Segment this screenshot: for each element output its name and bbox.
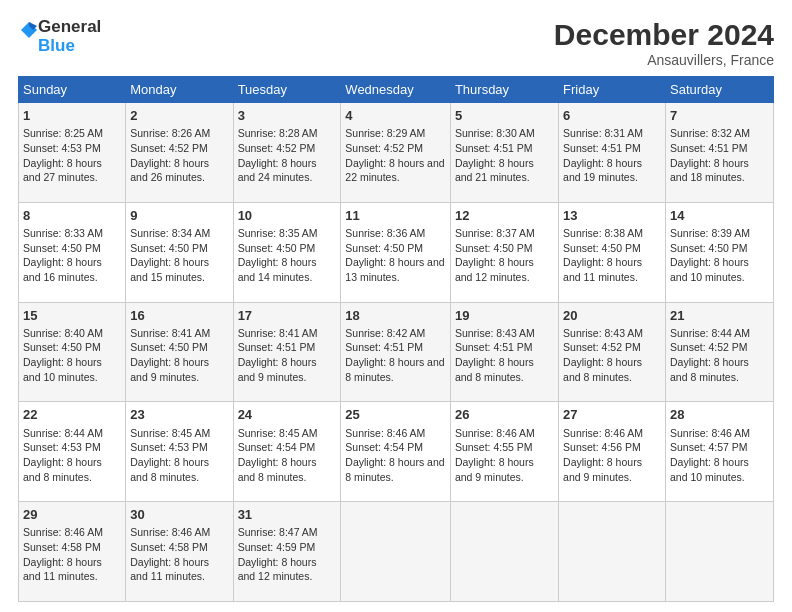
sunset-text: Sunset: 4:54 PM (345, 441, 423, 453)
sunrise-text: Sunrise: 8:46 AM (345, 427, 425, 439)
sunrise-text: Sunrise: 8:34 AM (130, 227, 210, 239)
sunset-text: Sunset: 4:50 PM (345, 242, 423, 254)
calendar-cell: 18Sunrise: 8:42 AMSunset: 4:51 PMDayligh… (341, 302, 451, 402)
sunrise-text: Sunrise: 8:29 AM (345, 127, 425, 139)
day-number: 4 (345, 107, 446, 125)
calendar-cell: 26Sunrise: 8:46 AMSunset: 4:55 PMDayligh… (450, 402, 558, 502)
daylight-text: Daylight: 8 hours and 18 minutes. (670, 157, 749, 184)
sunset-text: Sunset: 4:52 PM (238, 142, 316, 154)
calendar-cell (665, 502, 773, 602)
daylight-text: Daylight: 8 hours and 15 minutes. (130, 256, 209, 283)
daylight-text: Daylight: 8 hours and 24 minutes. (238, 157, 317, 184)
sunrise-text: Sunrise: 8:46 AM (23, 526, 103, 538)
logo-icon (20, 21, 38, 39)
sunset-text: Sunset: 4:50 PM (455, 242, 533, 254)
sunrise-text: Sunrise: 8:31 AM (563, 127, 643, 139)
calendar-week-5: 29Sunrise: 8:46 AMSunset: 4:58 PMDayligh… (19, 502, 774, 602)
sunset-text: Sunset: 4:57 PM (670, 441, 748, 453)
sunset-text: Sunset: 4:51 PM (563, 142, 641, 154)
day-number: 27 (563, 406, 661, 424)
sunrise-text: Sunrise: 8:36 AM (345, 227, 425, 239)
logo: General Blue (18, 18, 101, 55)
daylight-text: Daylight: 8 hours and 8 minutes. (563, 356, 642, 383)
daylight-text: Daylight: 8 hours and 13 minutes. (345, 256, 444, 283)
daylight-text: Daylight: 8 hours and 11 minutes. (130, 556, 209, 583)
calendar-cell: 12Sunrise: 8:37 AMSunset: 4:50 PMDayligh… (450, 202, 558, 302)
daylight-text: Daylight: 8 hours and 9 minutes. (130, 356, 209, 383)
sunrise-text: Sunrise: 8:25 AM (23, 127, 103, 139)
page: General Blue December 2024 Ansauvillers,… (0, 0, 792, 612)
sunrise-text: Sunrise: 8:44 AM (23, 427, 103, 439)
sunrise-text: Sunrise: 8:40 AM (23, 327, 103, 339)
calendar-cell: 2Sunrise: 8:26 AMSunset: 4:52 PMDaylight… (126, 103, 233, 203)
daylight-text: Daylight: 8 hours and 27 minutes. (23, 157, 102, 184)
daylight-text: Daylight: 8 hours and 19 minutes. (563, 157, 642, 184)
calendar-cell: 15Sunrise: 8:40 AMSunset: 4:50 PMDayligh… (19, 302, 126, 402)
daylight-text: Daylight: 8 hours and 10 minutes. (670, 256, 749, 283)
day-number: 18 (345, 307, 446, 325)
daylight-text: Daylight: 8 hours and 11 minutes. (23, 556, 102, 583)
calendar-cell: 6Sunrise: 8:31 AMSunset: 4:51 PMDaylight… (559, 103, 666, 203)
sunrise-text: Sunrise: 8:43 AM (563, 327, 643, 339)
day-number: 16 (130, 307, 228, 325)
calendar-cell: 13Sunrise: 8:38 AMSunset: 4:50 PMDayligh… (559, 202, 666, 302)
day-number: 15 (23, 307, 121, 325)
sunset-text: Sunset: 4:51 PM (345, 341, 423, 353)
calendar-cell: 5Sunrise: 8:30 AMSunset: 4:51 PMDaylight… (450, 103, 558, 203)
sunrise-text: Sunrise: 8:44 AM (670, 327, 750, 339)
calendar-cell: 19Sunrise: 8:43 AMSunset: 4:51 PMDayligh… (450, 302, 558, 402)
sunrise-text: Sunrise: 8:46 AM (130, 526, 210, 538)
day-number: 19 (455, 307, 554, 325)
sunset-text: Sunset: 4:59 PM (238, 541, 316, 553)
col-thursday: Thursday (450, 77, 558, 103)
calendar-cell (341, 502, 451, 602)
daylight-text: Daylight: 8 hours and 8 minutes. (345, 356, 444, 383)
sunset-text: Sunset: 4:50 PM (130, 341, 208, 353)
calendar-week-4: 22Sunrise: 8:44 AMSunset: 4:53 PMDayligh… (19, 402, 774, 502)
sunrise-text: Sunrise: 8:38 AM (563, 227, 643, 239)
day-number: 10 (238, 207, 337, 225)
sunset-text: Sunset: 4:53 PM (23, 441, 101, 453)
sunset-text: Sunset: 4:53 PM (23, 142, 101, 154)
sunrise-text: Sunrise: 8:30 AM (455, 127, 535, 139)
sunrise-text: Sunrise: 8:37 AM (455, 227, 535, 239)
calendar-cell: 11Sunrise: 8:36 AMSunset: 4:50 PMDayligh… (341, 202, 451, 302)
col-tuesday: Tuesday (233, 77, 341, 103)
sunrise-text: Sunrise: 8:41 AM (130, 327, 210, 339)
day-number: 11 (345, 207, 446, 225)
daylight-text: Daylight: 8 hours and 8 minutes. (345, 456, 444, 483)
day-number: 24 (238, 406, 337, 424)
day-number: 8 (23, 207, 121, 225)
daylight-text: Daylight: 8 hours and 26 minutes. (130, 157, 209, 184)
calendar-cell: 4Sunrise: 8:29 AMSunset: 4:52 PMDaylight… (341, 103, 451, 203)
sunset-text: Sunset: 4:50 PM (238, 242, 316, 254)
calendar-cell (559, 502, 666, 602)
day-number: 1 (23, 107, 121, 125)
sunset-text: Sunset: 4:56 PM (563, 441, 641, 453)
sunrise-text: Sunrise: 8:46 AM (455, 427, 535, 439)
sunset-text: Sunset: 4:50 PM (670, 242, 748, 254)
daylight-text: Daylight: 8 hours and 10 minutes. (670, 456, 749, 483)
sunset-text: Sunset: 4:52 PM (563, 341, 641, 353)
calendar-cell: 10Sunrise: 8:35 AMSunset: 4:50 PMDayligh… (233, 202, 341, 302)
calendar-body: 1Sunrise: 8:25 AMSunset: 4:53 PMDaylight… (19, 103, 774, 602)
sunset-text: Sunset: 4:54 PM (238, 441, 316, 453)
calendar-cell: 1Sunrise: 8:25 AMSunset: 4:53 PMDaylight… (19, 103, 126, 203)
daylight-text: Daylight: 8 hours and 8 minutes. (455, 356, 534, 383)
calendar-cell: 30Sunrise: 8:46 AMSunset: 4:58 PMDayligh… (126, 502, 233, 602)
sunset-text: Sunset: 4:51 PM (455, 341, 533, 353)
sunset-text: Sunset: 4:52 PM (670, 341, 748, 353)
day-number: 30 (130, 506, 228, 524)
sunrise-text: Sunrise: 8:35 AM (238, 227, 318, 239)
sunrise-text: Sunrise: 8:39 AM (670, 227, 750, 239)
day-number: 29 (23, 506, 121, 524)
day-number: 12 (455, 207, 554, 225)
daylight-text: Daylight: 8 hours and 21 minutes. (455, 157, 534, 184)
sunset-text: Sunset: 4:52 PM (130, 142, 208, 154)
sunset-text: Sunset: 4:50 PM (23, 242, 101, 254)
sunset-text: Sunset: 4:55 PM (455, 441, 533, 453)
sunrise-text: Sunrise: 8:46 AM (563, 427, 643, 439)
col-friday: Friday (559, 77, 666, 103)
calendar-cell: 25Sunrise: 8:46 AMSunset: 4:54 PMDayligh… (341, 402, 451, 502)
day-number: 6 (563, 107, 661, 125)
